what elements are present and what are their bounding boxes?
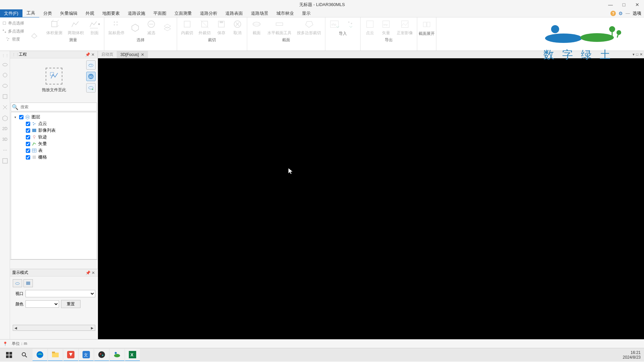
side-3d-icon[interactable]: 3D [86,72,96,81]
2d-label[interactable]: 2D [1,125,9,132]
search-button[interactable] [17,349,32,361]
layers-button[interactable] [159,18,175,37]
crop-save-button[interactable]: 保存 [213,18,229,37]
crop-out-button[interactable]: 外裁切 [196,18,213,37]
edge-browser-icon[interactable] [33,349,47,361]
menu-display[interactable]: 显示 [298,9,315,17]
file-drop-area[interactable]: 拖放文件至此 3D + [10,58,98,102]
menu-tools[interactable]: 工具 [22,9,39,18]
file-explorer-icon[interactable] [48,349,63,361]
options-link[interactable]: 选项 [633,10,641,16]
layer-image-list[interactable]: 影像列表 [12,127,95,134]
export-ortho-button[interactable]: 正射影像 [394,18,416,37]
export-group-label: 导出 [385,37,393,44]
collapse-ribbon-button[interactable]: — [626,11,630,16]
cloud-tool-icon[interactable] [1,61,9,68]
project-panel: ⋮⋮ 工程 📌 ✕ 拖放文件至此 3D + 🔍 [10,51,98,269]
shape-tool-icon[interactable] [1,82,9,89]
menu-appearance[interactable]: 外观 [82,9,98,17]
crop-in-button[interactable]: 内裁切 [178,18,196,37]
app-red-icon[interactable] [63,349,78,361]
hexagon-button[interactable] [127,18,143,37]
section-expand-button[interactable] [419,18,435,30]
layer-raster[interactable]: 栅格 [12,154,95,161]
display-pin-icon[interactable]: 📌 [85,270,91,275]
start-button[interactable] [2,349,16,361]
menu-road-scene[interactable]: 道路场景 [247,9,272,17]
eraser-button[interactable] [26,17,42,51]
scroll-left-arrow[interactable]: ◀ [13,326,18,330]
close-panel-icon[interactable]: ✕ [90,52,96,57]
help-icon[interactable]: ? [610,11,616,16]
cloud-toggle-button[interactable] [13,279,22,287]
deselect-button[interactable]: 减选 [143,18,159,37]
layer-trajectory[interactable]: 轨迹 [12,134,95,140]
menu-vector-edit[interactable]: 矢量编辑 [56,9,82,17]
profile-button[interactable]: ▾ 剖面 [87,18,103,37]
app-blue-icon[interactable]: 文 [79,349,94,361]
multi-point-select[interactable]: 多点选择 [2,27,24,35]
menu-classify[interactable]: 分类 [39,9,56,17]
menu-road-facility[interactable]: 道路设施 [124,9,149,17]
image-tool-icon[interactable] [1,157,9,165]
sphere-tool-icon[interactable] [1,71,9,79]
status-location-icon[interactable]: 📍 [3,342,8,346]
import-cloud-button[interactable] [343,18,359,30]
search-input[interactable] [19,105,97,109]
minimize-button[interactable]: — [604,0,617,9]
side-cloud-icon[interactable] [86,60,96,70]
volume-measure-button[interactable]: 体积量测 [44,18,65,37]
crop-cancel-button[interactable]: 取消 [229,18,246,37]
menu-road-analysis[interactable]: 道路分析 [196,9,221,17]
horizontal-scrollbar[interactable]: ◀ ▶ [13,325,95,331]
side-add-cloud-icon[interactable]: + [86,83,96,93]
pin-icon[interactable]: 📌 [85,52,90,57]
layer-vector[interactable]: 矢量 [12,140,95,147]
tab-3d-focus[interactable]: 3D[Focus]✕ [117,51,148,58]
density-button[interactable]: 密度 [6,36,20,43]
tab-dropdown-icon[interactable]: ▾ [633,52,635,57]
menu-road-surface[interactable]: 道路表面 [221,9,247,17]
polygon-crop-button[interactable]: 按多边形裁切 [294,18,324,37]
tab-start-page[interactable]: 启动页 [98,51,117,58]
tab-maximize-icon[interactable]: □ [636,52,638,57]
export-vector-button[interactable]: shp 矢量 [378,18,394,37]
viewport-select[interactable] [25,290,95,297]
system-tray[interactable]: 16:21 2024/8/23 [623,350,641,360]
more-icon[interactable]: ⋯ [1,146,9,154]
arrows-tool-icon[interactable] [1,104,9,111]
reset-button[interactable]: 重置 [61,300,80,308]
menu-file[interactable]: 文件(F) [0,9,22,17]
app-dark-icon[interactable] [94,349,109,361]
layer-pointcloud[interactable]: 点云 [12,120,95,127]
root-checkbox[interactable] [19,115,23,119]
mouse-hover-button[interactable]: 鼠标悬停 [106,18,127,37]
settings-icon[interactable]: ⚙ [619,11,623,16]
two-period-volume-button[interactable]: 两期体积 [65,18,87,37]
section-button[interactable]: 截面 [249,18,265,37]
horiz-section-tool-button[interactable]: 水平截面工具 [265,18,294,37]
3d-viewport[interactable] [98,58,644,339]
3d-label[interactable]: 3D [1,136,9,143]
menu-map-elements[interactable]: 地图要素 [98,9,124,17]
color-select[interactable] [25,300,59,308]
cube-tool-icon[interactable] [1,114,9,122]
single-point-select[interactable]: 单点选择 [2,19,24,27]
tree-root[interactable]: ▾ 图层 [12,114,95,120]
export-pointcloud-button[interactable]: 点云 [362,18,378,37]
maximize-button[interactable]: □ [617,0,631,9]
tab-close-all-icon[interactable]: ✕ [640,52,643,57]
layer-table[interactable]: 表 [12,147,95,154]
display-close-icon[interactable]: ✕ [91,270,96,275]
import-shp-button[interactable]: shp [327,18,343,30]
close-button[interactable]: ✕ [631,0,644,9]
excel-icon[interactable]: X [125,349,140,361]
lidar-app-icon[interactable] [110,349,124,361]
image-toggle-button[interactable] [23,279,33,287]
scroll-right-arrow[interactable]: ▶ [90,326,95,330]
box-tool-icon[interactable] [1,93,9,100]
menu-plane[interactable]: 平面图 [149,9,170,17]
menu-urban-forest[interactable]: 城市林业 [272,9,298,17]
menu-elevation[interactable]: 立面测量 [170,9,196,17]
tab-close-icon[interactable]: ✕ [141,52,144,57]
